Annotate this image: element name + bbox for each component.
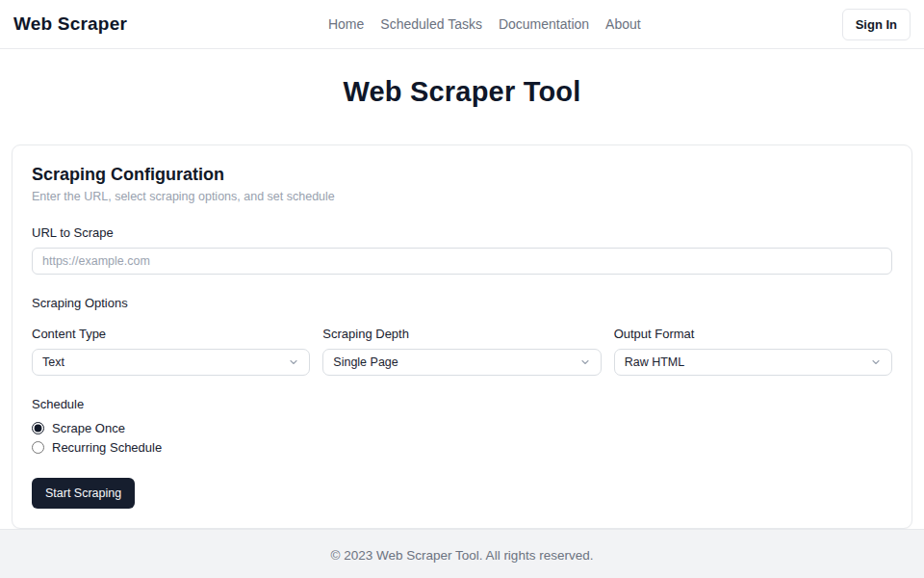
content-type-label: Content Type bbox=[32, 327, 310, 341]
footer: © 2023 Web Scraper Tool. All rights rese… bbox=[0, 529, 924, 578]
nav-item-about[interactable]: About bbox=[605, 16, 641, 32]
content-type-field: Content Type Text bbox=[32, 327, 310, 376]
output-format-field: Output Format Raw HTML bbox=[614, 327, 892, 376]
scrape-once-label: Scrape Once bbox=[52, 421, 125, 435]
scraping-depth-label: Scraping Depth bbox=[322, 327, 601, 341]
scraping-options-label: Scraping Options bbox=[32, 296, 892, 310]
card-subtitle: Enter the URL, select scraping options, … bbox=[32, 190, 892, 203]
scrape-once-radio[interactable] bbox=[32, 422, 44, 434]
card-title: Scraping Configuration bbox=[32, 165, 892, 185]
output-format-select[interactable]: Raw HTML bbox=[614, 349, 892, 376]
url-field-label: URL to Scrape bbox=[32, 225, 892, 240]
footer-text: © 2023 Web Scraper Tool. All rights rese… bbox=[331, 548, 594, 563]
recurring-schedule-radio[interactable] bbox=[32, 441, 44, 454]
url-input[interactable] bbox=[32, 248, 892, 275]
schedule-option-recurring[interactable]: Recurring Schedule bbox=[32, 440, 892, 455]
main-content: Web Scraper Tool Scraping Configuration … bbox=[0, 49, 924, 529]
chevron-down-icon bbox=[579, 356, 591, 368]
output-format-value: Raw HTML bbox=[625, 355, 685, 369]
page-title: Web Scraper Tool bbox=[0, 76, 924, 108]
nav-item-home[interactable]: Home bbox=[328, 16, 364, 32]
app-logo[interactable]: Web Scraper bbox=[13, 13, 127, 35]
header: Web Scraper Home Scheduled Tasks Documen… bbox=[0, 0, 924, 49]
nav-item-documentation[interactable]: Documentation bbox=[499, 16, 589, 32]
chevron-down-icon bbox=[870, 356, 882, 368]
schedule-label: Schedule bbox=[32, 397, 892, 411]
scraping-depth-select[interactable]: Single Page bbox=[322, 349, 601, 376]
chevron-down-icon bbox=[288, 356, 299, 368]
scraping-configuration-card: Scraping Configuration Enter the URL, se… bbox=[12, 144, 912, 529]
scraping-options-grid: Content Type Text Scraping Depth Single … bbox=[32, 327, 892, 376]
nav-item-scheduled-tasks[interactable]: Scheduled Tasks bbox=[380, 16, 482, 32]
content-type-select[interactable]: Text bbox=[32, 349, 310, 376]
main-nav: Home Scheduled Tasks Documentation About bbox=[127, 16, 842, 32]
scraping-depth-field: Scraping Depth Single Page bbox=[322, 327, 601, 376]
start-scraping-button[interactable]: Start Scraping bbox=[32, 478, 135, 509]
output-format-label: Output Format bbox=[614, 327, 892, 341]
recurring-schedule-label: Recurring Schedule bbox=[52, 440, 162, 455]
content-type-value: Text bbox=[42, 355, 64, 369]
scraping-depth-value: Single Page bbox=[333, 355, 398, 369]
schedule-radio-group: Scrape Once Recurring Schedule bbox=[32, 421, 892, 455]
sign-in-button[interactable]: Sign In bbox=[842, 9, 911, 40]
schedule-option-scrape-once[interactable]: Scrape Once bbox=[32, 421, 892, 435]
url-field-group: URL to Scrape bbox=[32, 225, 892, 275]
